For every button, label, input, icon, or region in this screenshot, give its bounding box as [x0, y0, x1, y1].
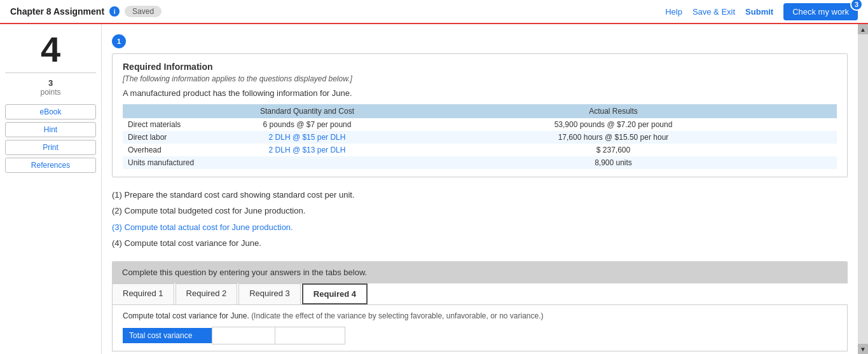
table-row: Direct materials 6 pounds @ $7 per pound… — [123, 118, 837, 131]
top-bar: Chapter 8 Assignment i Saved Help Save &… — [0, 0, 868, 24]
tab-required-1[interactable]: Required 1 — [112, 283, 174, 304]
help-link[interactable]: Help — [665, 7, 682, 17]
top-bar-left: Chapter 8 Assignment i Saved — [10, 6, 162, 17]
table-header-actual: Actual Results — [390, 104, 837, 118]
tab-required-3[interactable]: Required 3 — [238, 283, 301, 304]
required-info-desc: A manufactured product has the following… — [123, 88, 837, 98]
row-actual: $ 237,600 — [390, 144, 837, 156]
row-standard — [224, 156, 390, 169]
sidebar-buttons: eBook Hint Print References — [5, 104, 96, 173]
main-layout: 4 3 points eBook Hint Print References 1… — [0, 24, 868, 354]
top-bar-right: Help Save & Exit Submit Check my work 3 — [665, 3, 858, 20]
hint-button[interactable]: Hint — [5, 122, 96, 137]
submit-button[interactable]: Submit — [745, 7, 773, 17]
points-value: 3 — [48, 78, 53, 88]
row-actual: 53,900 pounds @ $7.20 per pound — [390, 118, 837, 131]
table-row: Overhead 2 DLH @ $13 per DLH $ 237,600 — [123, 144, 837, 156]
info-table: Standard Quantity and Cost Actual Result… — [123, 104, 837, 169]
row-label: Direct labor — [123, 131, 224, 144]
row-label: Units manufactured — [123, 156, 224, 169]
info-icon[interactable]: i — [109, 6, 120, 17]
tab-description: Compute total cost variance for June. (I… — [123, 311, 837, 320]
instruction-item: (1) Prepare the standard cost card showi… — [112, 187, 848, 202]
check-my-work-button[interactable]: Check my work 3 — [783, 3, 858, 20]
row-actual: 17,600 hours @ $15.50 per hour — [390, 131, 837, 144]
answer-input-1[interactable] — [212, 327, 275, 344]
references-button[interactable]: References — [5, 158, 96, 173]
required-info-title: Required Information — [123, 62, 837, 72]
page-title: Chapter 8 Assignment — [10, 6, 104, 17]
scrollbar[interactable]: ▲ ▼ — [858, 24, 868, 354]
row-standard: 6 pounds @ $7 per pound — [224, 118, 390, 131]
check-badge: 3 — [850, 0, 863, 11]
left-sidebar: 4 3 points eBook Hint Print References — [0, 24, 102, 354]
answer-input-2[interactable] — [275, 327, 345, 344]
ebook-button[interactable]: eBook — [5, 104, 96, 119]
scroll-up-arrow[interactable]: ▲ — [858, 24, 868, 34]
tab-desc-prefix: Compute total cost variance for June. — [123, 311, 249, 320]
save-exit-link[interactable]: Save & Exit — [692, 7, 735, 17]
table-header-standard: Standard Quantity and Cost — [224, 104, 390, 118]
instruction-list: (1) Prepare the standard cost card showi… — [112, 187, 848, 251]
scroll-down-arrow[interactable]: ▼ — [858, 344, 868, 354]
table-header-empty — [123, 104, 224, 118]
question-bubble: 1 — [112, 34, 126, 48]
row-label: Overhead — [123, 144, 224, 156]
required-info-box: Required Information [The following info… — [112, 53, 848, 177]
tab-required-4[interactable]: Required 4 — [302, 283, 368, 304]
saved-badge: Saved — [125, 6, 162, 17]
answer-row: Total cost variance — [123, 327, 837, 344]
table-row: Units manufactured 8,900 units — [123, 156, 837, 169]
print-button[interactable]: Print — [5, 140, 96, 155]
row-standard: 2 DLH @ $13 per DLH — [224, 144, 390, 156]
table-row: Direct labor 2 DLH @ $15 per DLH 17,600 … — [123, 131, 837, 144]
tab-content: Compute total cost variance for June. (I… — [112, 305, 848, 351]
content-area: 1 Required Information [The following in… — [102, 24, 858, 354]
row-standard: 2 DLH @ $15 per DLH — [224, 131, 390, 144]
instruction-item: (2) Compute total budgeted cost for June… — [112, 203, 848, 218]
points-label: points — [40, 88, 60, 97]
answer-label: Total cost variance — [123, 328, 212, 343]
instruction-item: (4) Compute total cost variance for June… — [112, 236, 848, 250]
instruction-item: (3) Compute total actual cost for June p… — [112, 220, 848, 235]
tab-required-2[interactable]: Required 2 — [176, 283, 238, 304]
complete-notice: Complete this question by entering your … — [112, 261, 848, 283]
required-info-subtitle: [The following information applies to th… — [123, 74, 837, 83]
row-actual: 8,900 units — [390, 156, 837, 169]
tab-desc-suffix: (Indicate the effect of the variance by … — [251, 311, 543, 320]
tabs-row: Required 1Required 2Required 3Required 4 — [112, 283, 848, 305]
question-number: 4 — [5, 32, 96, 73]
row-label: Direct materials — [123, 118, 224, 131]
